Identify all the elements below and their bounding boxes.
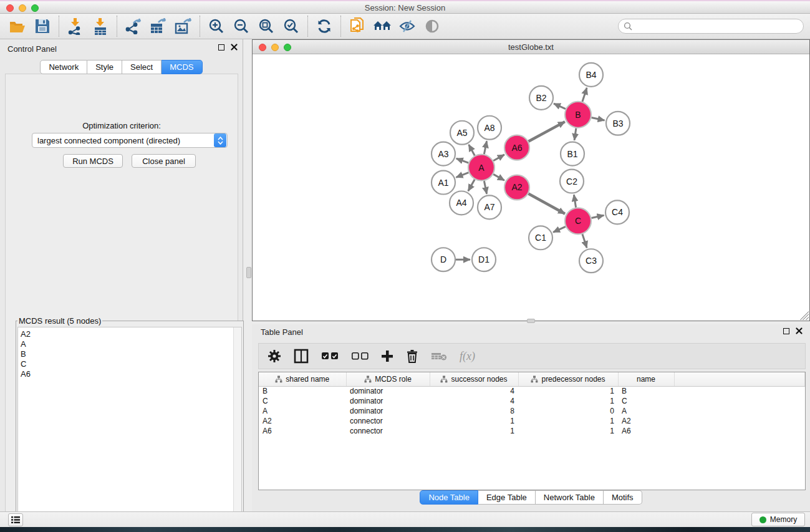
tab-mcds[interactable]: MCDS (162, 60, 202, 74)
table-cell[interactable]: 1 (518, 416, 618, 426)
vertical-splitter-handle[interactable] (246, 267, 251, 278)
graph-node-C3[interactable]: C3 (579, 249, 603, 273)
graph-edge-B-B2[interactable] (554, 104, 566, 109)
mcds-result-item[interactable]: A6 (21, 369, 241, 379)
export-network-button[interactable] (121, 16, 146, 37)
column-header-predecessor-nodes[interactable]: predecessor nodes (518, 372, 618, 386)
horizontal-splitter-handle[interactable] (527, 319, 535, 323)
graph-node-B2[interactable]: B2 (529, 86, 553, 110)
graph-edge-A-A7[interactable] (484, 181, 486, 194)
table-cell[interactable] (674, 396, 805, 406)
graph-edge-A-A2[interactable] (493, 174, 504, 180)
graph-node-C4[interactable]: C4 (605, 200, 629, 224)
save-session-button[interactable] (30, 16, 55, 37)
graph-edge-B-B4[interactable] (582, 88, 587, 102)
graph-node-A6[interactable]: A6 (504, 135, 529, 160)
delete-table-icon[interactable] (431, 351, 447, 361)
refresh-button[interactable] (312, 16, 337, 37)
float-table-panel-icon[interactable] (783, 328, 789, 334)
graph-edge-C-C3[interactable] (582, 234, 587, 248)
table-cell[interactable]: 8 (430, 406, 518, 416)
table-cell[interactable]: 4 (430, 386, 518, 396)
mcds-result-item[interactable]: A2 (21, 329, 241, 339)
table-cell[interactable]: 0 (518, 406, 618, 416)
graph-edge-C-C2[interactable] (574, 195, 576, 208)
graph-edge-A6-B[interactable] (529, 122, 565, 142)
mcds-result-item[interactable]: B (21, 349, 241, 359)
search-input[interactable] (633, 22, 803, 31)
table-cell[interactable]: A (618, 406, 674, 416)
graph-node-C[interactable]: C (565, 208, 591, 234)
graph-edge-A-A8[interactable] (484, 141, 486, 154)
graph-edge-A-A6[interactable] (493, 155, 504, 161)
close-table-panel-icon[interactable] (796, 327, 803, 334)
graph-node-A3[interactable]: A3 (432, 142, 455, 166)
graph-node-B1[interactable]: B1 (561, 142, 584, 166)
zoom-selected-button[interactable] (279, 16, 304, 37)
table-cell[interactable]: 1 (518, 396, 618, 406)
tab-network[interactable]: Network (40, 60, 87, 74)
memory-button[interactable]: Memory (751, 513, 805, 526)
graph-node-B4[interactable]: B4 (579, 63, 603, 87)
table-cell[interactable] (674, 426, 805, 436)
table-row[interactable]: A6connector11A6 (259, 426, 805, 436)
table-row[interactable]: A2connector11A2 (259, 416, 805, 426)
zoom-fit-button[interactable] (254, 16, 279, 37)
result-scrollbar[interactable] (233, 327, 241, 531)
graph-node-A[interactable]: A (468, 155, 494, 181)
mcds-result-item[interactable]: A (21, 339, 241, 349)
table-cell[interactable]: connector (346, 426, 430, 436)
float-panel-icon[interactable] (218, 44, 224, 51)
column-header-MCDS-role[interactable]: MCDS role (346, 372, 430, 386)
table-cell[interactable]: 1 (430, 416, 518, 426)
graph-edge-C-C1[interactable] (553, 226, 566, 232)
graph-node-A5[interactable]: A5 (450, 121, 474, 145)
table-cell[interactable]: A2 (259, 416, 346, 426)
table-cell[interactable]: A2 (618, 416, 674, 426)
graph-edge-C-C4[interactable] (592, 215, 604, 218)
window-resize-grip[interactable] (800, 311, 809, 320)
criterion-dropdown[interactable]: largest connected component (directed) (32, 133, 228, 148)
graph-node-A4[interactable]: A4 (450, 191, 473, 215)
close-panel-icon[interactable] (231, 44, 238, 51)
graph-edge-A-A5[interactable] (469, 145, 475, 156)
gear-icon[interactable] (268, 349, 281, 363)
graph-node-B3[interactable]: B3 (606, 112, 630, 135)
trash-icon[interactable] (406, 349, 418, 363)
import-network-button[interactable] (63, 16, 88, 37)
tab-edge-table[interactable]: Edge Table (478, 490, 536, 505)
graph-edge-A2-C[interactable] (528, 194, 565, 214)
graph-node-A7[interactable]: A7 (478, 195, 501, 219)
import-table-button[interactable] (88, 16, 113, 37)
table-cell[interactable]: 4 (430, 396, 518, 406)
table-cell[interactable]: C (618, 396, 674, 406)
table-cell[interactable]: C (259, 396, 346, 406)
table-cell[interactable]: dominator (346, 386, 430, 396)
table-cell[interactable]: dominator (346, 406, 430, 416)
table-cell[interactable]: 1 (430, 426, 518, 436)
table-cell[interactable]: B (618, 386, 674, 396)
graph-edge-B-B1[interactable] (574, 128, 576, 140)
table-cell[interactable]: B (259, 386, 346, 396)
network-window-titlebar[interactable]: testGlobe.txt (253, 40, 809, 54)
column-header-shared-name[interactable]: shared name (259, 372, 346, 386)
table-cell[interactable] (674, 386, 805, 396)
table-row[interactable]: Bdominator41B (259, 386, 805, 396)
export-image-button[interactable] (171, 16, 196, 37)
hide-eye-button[interactable] (395, 16, 420, 37)
graph-node-A2[interactable]: A2 (504, 175, 529, 200)
graph-edge-A-A3[interactable] (456, 158, 469, 163)
graph-node-B[interactable]: B (565, 102, 591, 128)
run-mcds-button[interactable]: Run MCDS (63, 154, 123, 168)
table-row[interactable]: Adominator80A (259, 406, 805, 416)
show-eye-button[interactable] (420, 16, 445, 37)
table-cell[interactable] (674, 406, 805, 416)
table-cell[interactable] (674, 416, 805, 426)
tab-style[interactable]: Style (87, 60, 122, 74)
column-header-successor-nodes[interactable]: successor nodes (430, 372, 518, 386)
function-builder-button[interactable]: f(x) (460, 350, 475, 363)
table-cell[interactable]: connector (346, 416, 430, 426)
table-cell[interactable]: A6 (259, 426, 346, 436)
table-cell[interactable]: A6 (618, 426, 674, 436)
table-cell[interactable]: dominator (346, 396, 430, 406)
